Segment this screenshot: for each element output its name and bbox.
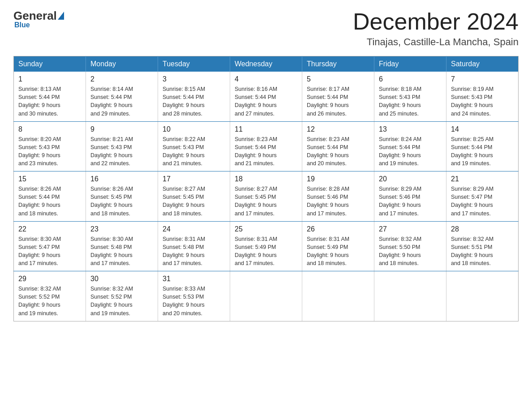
- day-number: 10: [163, 125, 225, 133]
- day-number: 7: [451, 75, 514, 83]
- day-info: Sunrise: 8:13 AMSunset: 5:44 PMDaylight:…: [18, 85, 81, 118]
- day-number: 22: [18, 225, 81, 233]
- day-info: Sunrise: 8:30 AMSunset: 5:48 PMDaylight:…: [90, 235, 153, 268]
- day-number: 1: [18, 75, 81, 83]
- header-thursday: Thursday: [302, 56, 374, 72]
- header-friday: Friday: [374, 56, 446, 72]
- header-monday: Monday: [86, 56, 158, 72]
- day-number: 9: [90, 125, 153, 133]
- calendar-cell: 10 Sunrise: 8:22 AMSunset: 5:43 PMDaylig…: [158, 121, 230, 171]
- day-number: 28: [451, 225, 514, 233]
- day-info: Sunrise: 8:33 AMSunset: 5:53 PMDaylight:…: [163, 285, 225, 317]
- day-info: Sunrise: 8:22 AMSunset: 5:43 PMDaylight:…: [163, 135, 225, 168]
- calendar-cell: 15 Sunrise: 8:26 AMSunset: 5:44 PMDaylig…: [14, 171, 86, 222]
- day-info: Sunrise: 8:27 AMSunset: 5:45 PMDaylight:…: [163, 185, 225, 218]
- day-number: 16: [90, 175, 153, 183]
- calendar-cell: 6 Sunrise: 8:18 AMSunset: 5:43 PMDayligh…: [374, 72, 446, 121]
- calendar-cell: 8 Sunrise: 8:20 AMSunset: 5:43 PMDayligh…: [14, 121, 86, 171]
- header-tuesday: Tuesday: [158, 56, 230, 72]
- logo-area: General Blue: [13, 9, 64, 29]
- calendar-cell: 16 Sunrise: 8:26 AMSunset: 5:45 PMDaylig…: [86, 171, 158, 222]
- day-number: 30: [90, 275, 153, 283]
- page-header: General Blue December 2024 Tinajas, Cast…: [13, 9, 519, 48]
- day-info: Sunrise: 8:29 AMSunset: 5:47 PMDaylight:…: [451, 185, 514, 218]
- day-info: Sunrise: 8:14 AMSunset: 5:44 PMDaylight:…: [90, 85, 153, 118]
- calendar-cell: [302, 271, 374, 321]
- day-info: Sunrise: 8:30 AMSunset: 5:47 PMDaylight:…: [18, 235, 81, 268]
- calendar-week-row: 8 Sunrise: 8:20 AMSunset: 5:43 PMDayligh…: [14, 121, 519, 171]
- day-info: Sunrise: 8:31 AMSunset: 5:49 PMDaylight:…: [235, 235, 297, 268]
- day-info: Sunrise: 8:31 AMSunset: 5:49 PMDaylight:…: [307, 235, 369, 268]
- day-info: Sunrise: 8:18 AMSunset: 5:43 PMDaylight:…: [379, 85, 442, 118]
- calendar-week-row: 15 Sunrise: 8:26 AMSunset: 5:44 PMDaylig…: [14, 171, 519, 222]
- logo-triangle-icon: [58, 12, 64, 20]
- day-info: Sunrise: 8:24 AMSunset: 5:44 PMDaylight:…: [379, 135, 442, 168]
- calendar-week-row: 22 Sunrise: 8:30 AMSunset: 5:47 PMDaylig…: [14, 221, 519, 271]
- calendar-cell: 30 Sunrise: 8:32 AMSunset: 5:52 PMDaylig…: [86, 271, 158, 321]
- calendar-cell: 22 Sunrise: 8:30 AMSunset: 5:47 PMDaylig…: [14, 221, 86, 271]
- day-number: 13: [379, 125, 442, 133]
- day-info: Sunrise: 8:16 AMSunset: 5:44 PMDaylight:…: [235, 85, 297, 118]
- header-sunday: Sunday: [14, 56, 86, 72]
- month-title: December 2024: [353, 9, 519, 34]
- day-number: 21: [451, 175, 514, 183]
- day-info: Sunrise: 8:32 AMSunset: 5:52 PMDaylight:…: [18, 285, 81, 317]
- header-wednesday: Wednesday: [230, 56, 302, 72]
- day-info: Sunrise: 8:29 AMSunset: 5:46 PMDaylight:…: [379, 185, 442, 218]
- calendar-cell: [374, 271, 446, 321]
- calendar-cell: 14 Sunrise: 8:25 AMSunset: 5:44 PMDaylig…: [446, 121, 519, 171]
- title-area: December 2024 Tinajas, Castille-La Manch…: [353, 9, 519, 48]
- calendar-week-row: 1 Sunrise: 8:13 AMSunset: 5:44 PMDayligh…: [14, 72, 519, 121]
- calendar-cell: 17 Sunrise: 8:27 AMSunset: 5:45 PMDaylig…: [158, 171, 230, 222]
- day-info: Sunrise: 8:26 AMSunset: 5:44 PMDaylight:…: [18, 185, 81, 218]
- day-number: 6: [379, 75, 442, 83]
- day-info: Sunrise: 8:32 AMSunset: 5:50 PMDaylight:…: [379, 235, 442, 268]
- day-info: Sunrise: 8:27 AMSunset: 5:45 PMDaylight:…: [235, 185, 297, 218]
- calendar-cell: 28 Sunrise: 8:32 AMSunset: 5:51 PMDaylig…: [446, 221, 519, 271]
- day-number: 4: [235, 75, 297, 83]
- day-info: Sunrise: 8:17 AMSunset: 5:44 PMDaylight:…: [307, 85, 369, 118]
- calendar-cell: 29 Sunrise: 8:32 AMSunset: 5:52 PMDaylig…: [14, 271, 86, 321]
- calendar-cell: 12 Sunrise: 8:23 AMSunset: 5:44 PMDaylig…: [302, 121, 374, 171]
- calendar-cell: 20 Sunrise: 8:29 AMSunset: 5:46 PMDaylig…: [374, 171, 446, 222]
- day-info: Sunrise: 8:32 AMSunset: 5:51 PMDaylight:…: [451, 235, 514, 268]
- location-title: Tinajas, Castille-La Mancha, Spain: [353, 36, 519, 48]
- day-number: 15: [18, 175, 81, 183]
- day-info: Sunrise: 8:32 AMSunset: 5:52 PMDaylight:…: [90, 285, 153, 317]
- calendar-cell: [446, 271, 519, 321]
- day-info: Sunrise: 8:25 AMSunset: 5:44 PMDaylight:…: [451, 135, 514, 168]
- day-number: 17: [163, 175, 225, 183]
- calendar-cell: 24 Sunrise: 8:31 AMSunset: 5:48 PMDaylig…: [158, 221, 230, 271]
- day-number: 23: [90, 225, 153, 233]
- day-number: 11: [235, 125, 297, 133]
- calendar-cell: 19 Sunrise: 8:28 AMSunset: 5:46 PMDaylig…: [302, 171, 374, 222]
- calendar-cell: 9 Sunrise: 8:21 AMSunset: 5:43 PMDayligh…: [86, 121, 158, 171]
- calendar-cell: 18 Sunrise: 8:27 AMSunset: 5:45 PMDaylig…: [230, 171, 302, 222]
- day-number: 18: [235, 175, 297, 183]
- calendar-table: SundayMondayTuesdayWednesdayThursdayFrid…: [13, 56, 519, 321]
- day-info: Sunrise: 8:31 AMSunset: 5:48 PMDaylight:…: [163, 235, 225, 268]
- day-number: 12: [307, 125, 369, 133]
- calendar-cell: 13 Sunrise: 8:24 AMSunset: 5:44 PMDaylig…: [374, 121, 446, 171]
- day-number: 5: [307, 75, 369, 83]
- calendar-cell: [230, 271, 302, 321]
- day-number: 3: [163, 75, 225, 83]
- day-info: Sunrise: 8:23 AMSunset: 5:44 PMDaylight:…: [307, 135, 369, 168]
- calendar-cell: 25 Sunrise: 8:31 AMSunset: 5:49 PMDaylig…: [230, 221, 302, 271]
- calendar-cell: 21 Sunrise: 8:29 AMSunset: 5:47 PMDaylig…: [446, 171, 519, 222]
- logo-blue-text: Blue: [14, 21, 30, 29]
- day-number: 2: [90, 75, 153, 83]
- day-info: Sunrise: 8:23 AMSunset: 5:44 PMDaylight:…: [235, 135, 297, 168]
- day-info: Sunrise: 8:15 AMSunset: 5:44 PMDaylight:…: [163, 85, 225, 118]
- calendar-cell: 4 Sunrise: 8:16 AMSunset: 5:44 PMDayligh…: [230, 72, 302, 121]
- day-info: Sunrise: 8:20 AMSunset: 5:43 PMDaylight:…: [18, 135, 81, 168]
- day-number: 19: [307, 175, 369, 183]
- day-number: 29: [18, 275, 81, 283]
- day-number: 24: [163, 225, 225, 233]
- calendar-header-row: SundayMondayTuesdayWednesdayThursdayFrid…: [14, 56, 519, 72]
- day-number: 20: [379, 175, 442, 183]
- calendar-cell: 2 Sunrise: 8:14 AMSunset: 5:44 PMDayligh…: [86, 72, 158, 121]
- calendar-week-row: 29 Sunrise: 8:32 AMSunset: 5:52 PMDaylig…: [14, 271, 519, 321]
- calendar-cell: 1 Sunrise: 8:13 AMSunset: 5:44 PMDayligh…: [14, 72, 86, 121]
- calendar-cell: 7 Sunrise: 8:19 AMSunset: 5:43 PMDayligh…: [446, 72, 519, 121]
